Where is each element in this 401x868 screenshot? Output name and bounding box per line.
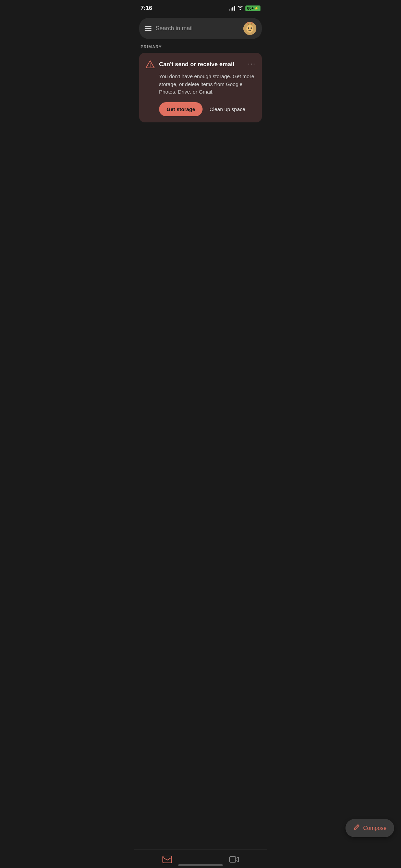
error-card: Can't send or receive email ··· You don'… [139, 53, 262, 122]
warning-icon [145, 60, 155, 69]
svg-point-2 [248, 27, 249, 29]
svg-point-7 [251, 22, 253, 24]
svg-point-9 [150, 66, 150, 67]
error-header: Can't send or receive email ··· [145, 60, 256, 69]
svg-point-1 [246, 25, 253, 33]
error-title-row: Can't send or receive email [145, 60, 245, 69]
get-storage-button[interactable]: Get storage [159, 102, 203, 116]
section-label: PRIMARY [134, 43, 267, 53]
status-bar: 7:16 80+ ⚡ [134, 0, 267, 15]
status-time: 7:16 [141, 5, 152, 12]
search-bar[interactable]: Search in mail [139, 18, 262, 39]
clean-up-space-button[interactable]: Clean up space [208, 102, 246, 116]
error-actions: Get storage Clean up space [145, 102, 256, 116]
menu-icon[interactable] [145, 26, 151, 31]
main-content [134, 122, 267, 260]
wifi-icon [237, 5, 243, 11]
avatar[interactable] [243, 22, 256, 35]
search-input[interactable]: Search in mail [156, 25, 239, 32]
svg-point-3 [251, 27, 252, 29]
error-title: Can't send or receive email [159, 61, 234, 68]
svg-point-5 [247, 22, 248, 24]
error-description: You don't have enough storage. Get more … [145, 73, 256, 96]
battery-icon: 80+ ⚡ [245, 5, 260, 11]
status-icons: 80+ ⚡ [229, 5, 260, 11]
more-options-icon[interactable]: ··· [245, 60, 256, 68]
signal-icon [229, 6, 235, 11]
